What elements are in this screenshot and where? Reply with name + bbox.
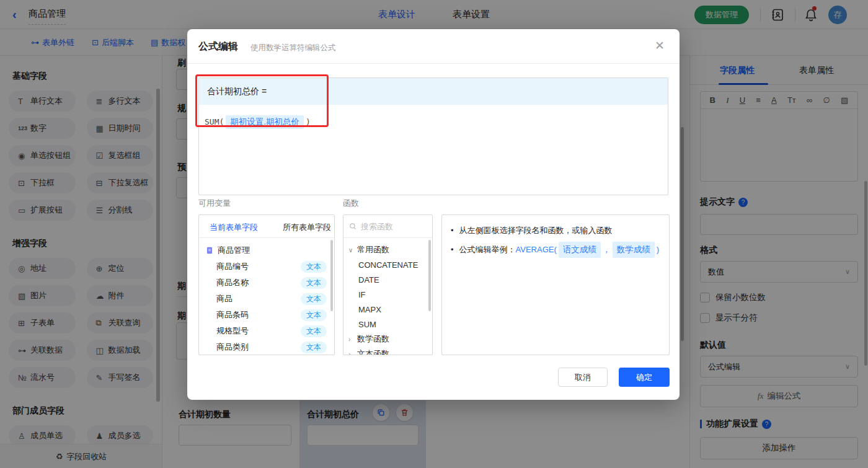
chevron-right-icon: › xyxy=(348,336,357,343)
variable-item[interactable]: 商品编号文本 xyxy=(199,258,334,275)
tab-all-form-fields[interactable]: 所有表单字段 xyxy=(283,222,331,233)
function-item[interactable]: IF xyxy=(343,287,432,302)
type-tag: 文本 xyxy=(301,277,327,289)
function-name: MAPX xyxy=(358,305,381,314)
variable-item[interactable]: 规格型号文本 xyxy=(199,323,334,339)
variables-tabs: 当前表单字段 所有表单字段 xyxy=(199,215,334,238)
type-tag: 文本 xyxy=(301,293,327,305)
tab-current-form-fields[interactable]: 当前表单字段 xyxy=(210,222,258,233)
app-root: ‹ 商品管理 表单设计 表单设置 数据管理 存 ⊶表单外链 ⊡后端脚本 ▤数据权… xyxy=(0,0,868,468)
functions-scrollbar-thumb[interactable] xyxy=(428,240,431,311)
function-group-label: 常用函数 xyxy=(357,244,389,255)
function-search-input[interactable] xyxy=(361,222,423,231)
function-group-label: 数学函数 xyxy=(357,333,389,345)
function-item[interactable]: CONCATENATE xyxy=(343,257,432,272)
function-item[interactable]: MAPX xyxy=(343,302,432,317)
tip-close-paren: ) xyxy=(657,245,659,254)
function-group-math[interactable]: ›数学函数 xyxy=(343,332,432,347)
confirm-button[interactable]: 确定 xyxy=(619,368,670,387)
modal-header: 公式编辑 使用数学运算符编辑公式 ✕ xyxy=(187,29,680,64)
function-search[interactable] xyxy=(343,215,432,238)
tree-root-item[interactable]: 商品管理 xyxy=(199,242,334,258)
variable-name: 规格型号 xyxy=(216,325,249,337)
cancel-button[interactable]: 取消 xyxy=(558,368,608,387)
tip-comma: ， xyxy=(603,245,611,254)
chevron-right-icon: › xyxy=(348,351,357,356)
function-item[interactable]: SUM xyxy=(343,317,432,332)
tip-line-2: •公式编辑举例：AVERAGE(语文成绩，数学成绩) xyxy=(451,242,660,258)
tip-example-function: AVERAGE( xyxy=(516,245,557,254)
function-name: IF xyxy=(358,290,366,299)
variables-tree: 商品管理 商品编号文本 商品名称文本 商品文本 商品条码文本 规格型号文本 商品… xyxy=(199,238,334,355)
tree-root-label: 商品管理 xyxy=(218,245,250,256)
chevron-down-icon: ∨ xyxy=(348,247,357,254)
function-name: CONCATENATE xyxy=(358,260,418,270)
tips-panel: •从左侧面板选择字段名和函数，或输入函数 •公式编辑举例：AVERAGE(语文成… xyxy=(441,214,670,355)
example-token-2: 数学成绩 xyxy=(613,242,655,258)
function-name: SUM xyxy=(358,320,376,329)
tip-example-label: 公式编辑举例： xyxy=(459,245,516,254)
function-group-common[interactable]: ∨常用函数 xyxy=(343,242,432,257)
functions-label: 函数 xyxy=(343,198,359,209)
variable-name: 商品名称 xyxy=(216,277,249,288)
search-icon xyxy=(348,222,357,231)
formula-function-open: SUM( xyxy=(205,117,224,126)
variable-name: 商品编号 xyxy=(216,261,249,272)
type-tag: 文本 xyxy=(301,342,327,353)
variable-item[interactable]: 商品条码文本 xyxy=(199,307,334,323)
type-tag: 文本 xyxy=(301,309,327,321)
type-tag: 文本 xyxy=(301,261,327,273)
bullet-icon: • xyxy=(451,226,454,235)
formula-target-strip: 合计期初总价 = xyxy=(199,78,668,105)
variables-panel: 当前表单字段 所有表单字段 商品管理 商品编号文本 商品名称文本 商品文本 商品… xyxy=(198,214,335,355)
example-token-1: 语文成绩 xyxy=(559,242,601,258)
bullet-icon: • xyxy=(451,245,454,254)
functions-panel: ∨常用函数 CONCATENATE DATE IF MAPX SUM ›数学函数… xyxy=(343,214,433,355)
function-name: DATE xyxy=(358,275,379,285)
formula-editor-modal: 公式编辑 使用数学运算符编辑公式 ✕ 合计期初总价 = SUM(期初设置.期初总… xyxy=(187,29,680,400)
variable-item[interactable]: 商品文本 xyxy=(199,291,334,307)
variables-scrollbar-thumb[interactable] xyxy=(330,240,333,311)
document-icon xyxy=(205,246,214,255)
formula-field-token[interactable]: 期初设置.期初总价 xyxy=(226,115,304,129)
variable-item[interactable]: 商品类别文本 xyxy=(199,339,334,355)
formula-function-close: ) xyxy=(306,117,311,126)
function-group-text[interactable]: ›文本函数 xyxy=(343,347,432,355)
variable-item[interactable]: 商品名称文本 xyxy=(199,275,334,291)
functions-tree: ∨常用函数 CONCATENATE DATE IF MAPX SUM ›数学函数… xyxy=(343,238,432,355)
tip-text: 从左侧面板选择字段名和函数，或输入函数 xyxy=(459,226,613,235)
variable-name: 商品类别 xyxy=(216,342,249,353)
formula-editor-box[interactable]: 合计期初总价 = SUM(期初设置.期初总价) xyxy=(198,77,668,195)
function-item[interactable]: DATE xyxy=(343,272,432,287)
close-icon[interactable]: ✕ xyxy=(655,38,665,53)
formula-target-text: 合计期初总价 = xyxy=(207,86,267,97)
variable-name: 商品 xyxy=(216,293,232,304)
function-group-label: 文本函数 xyxy=(357,348,389,355)
modal-subtitle: 使用数学运算符编辑公式 xyxy=(250,43,336,53)
variables-label: 可用变量 xyxy=(198,198,231,209)
formula-expression[interactable]: SUM(期初设置.期初总价) xyxy=(199,105,668,129)
tip-line-1: •从左侧面板选择字段名和函数，或输入函数 xyxy=(451,224,660,237)
variable-name: 商品条码 xyxy=(216,309,249,320)
modal-title: 公式编辑 xyxy=(198,40,238,53)
type-tag: 文本 xyxy=(301,325,327,337)
